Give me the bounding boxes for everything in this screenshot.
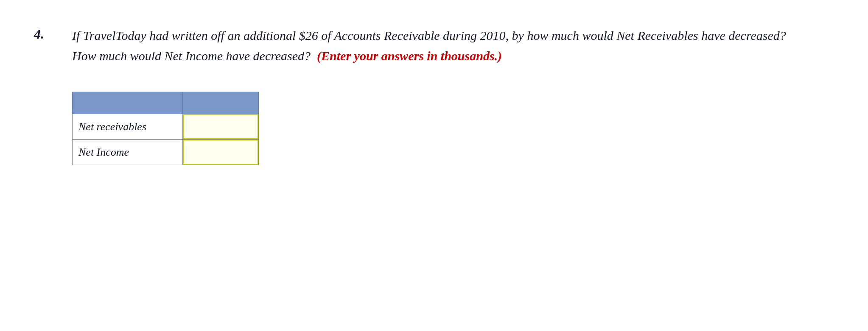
table-header-row	[73, 92, 259, 114]
header-cell-value	[182, 92, 258, 114]
answer-table-section: Net receivables Net Income	[72, 92, 834, 165]
header-cell-label	[73, 92, 183, 114]
table-row: Net Income	[73, 140, 259, 165]
net-income-input-cell[interactable]	[182, 140, 258, 165]
net-income-input[interactable]	[183, 140, 258, 165]
question-block: 4. If TravelToday had written off an add…	[34, 25, 834, 66]
net-receivables-label: Net receivables	[73, 114, 183, 140]
net-income-label: Net Income	[73, 140, 183, 165]
table-row: Net receivables	[73, 114, 259, 140]
net-receivables-input[interactable]	[183, 114, 258, 139]
question-highlight-text: (Enter your answers in thousands.)	[317, 49, 502, 63]
net-receivables-input-cell[interactable]	[182, 114, 258, 140]
answer-table: Net receivables Net Income	[72, 92, 259, 165]
question-number: 4.	[34, 26, 59, 42]
question-text: If TravelToday had written off an additi…	[72, 25, 793, 66]
